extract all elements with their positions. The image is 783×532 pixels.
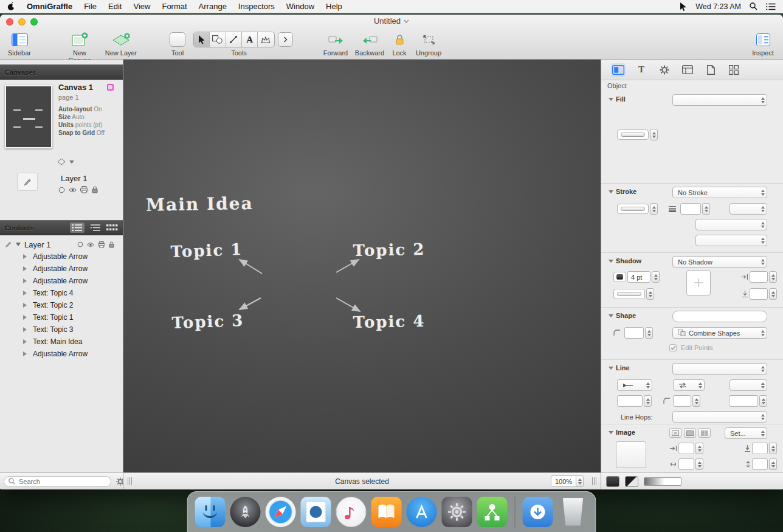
shadow-opacity-well[interactable] (613, 289, 645, 299)
line-gap-field[interactable] (729, 395, 758, 407)
zoom-stepper[interactable] (576, 475, 584, 487)
menu-inspectors[interactable]: Inspectors (238, 2, 275, 11)
fill-swatch-button[interactable] (606, 476, 619, 487)
dock-trash[interactable] (558, 497, 588, 527)
view-grid-button[interactable] (106, 224, 118, 232)
visibility-dot-icon[interactable] (77, 241, 83, 247)
dock-app-store[interactable] (407, 497, 437, 527)
stepper[interactable] (652, 271, 660, 283)
toolbar-new-layer[interactable]: New Layer (103, 30, 139, 57)
image-stretch-button[interactable] (684, 428, 696, 438)
line-header[interactable]: Line (609, 364, 630, 371)
dock-finder[interactable] (195, 497, 226, 527)
disclosure-icon[interactable] (23, 266, 27, 271)
fill-color-well[interactable] (617, 130, 649, 140)
image-tile-button[interactable] (698, 428, 711, 438)
dock-itunes[interactable] (336, 497, 367, 527)
tree-item[interactable]: Text: Main Idea (0, 336, 123, 348)
disclosure-icon[interactable] (23, 303, 27, 308)
disclosure-icon[interactable] (23, 339, 27, 344)
more-tools-button[interactable] (278, 32, 293, 47)
shape-header[interactable]: Shape (609, 312, 636, 319)
spotlight-icon[interactable] (750, 2, 757, 10)
tree-item[interactable]: Text: Topic 1 (0, 311, 123, 323)
line-radius-field[interactable] (673, 395, 691, 407)
stepper[interactable] (769, 271, 777, 283)
canvas-actions-popup[interactable] (57, 158, 74, 165)
canvas-name[interactable]: Canvas 1 (58, 83, 93, 92)
stroke-header[interactable]: Stroke (609, 188, 636, 195)
dock-omnigraffle[interactable] (477, 497, 508, 527)
notification-center-icon[interactable] (766, 3, 776, 10)
stepper[interactable] (769, 458, 777, 470)
combine-shapes-dropdown[interactable]: Combine Shapes (672, 327, 767, 339)
shadow-blur-field[interactable] (627, 271, 650, 283)
selection-tool[interactable] (194, 32, 210, 47)
stepper[interactable] (645, 327, 653, 339)
image-well[interactable] (616, 441, 646, 468)
visibility-dot-icon[interactable] (58, 187, 65, 193)
toolbar-new-canvas[interactable]: New Canvas (61, 30, 98, 64)
dock-downloads[interactable] (523, 497, 553, 527)
stroke-swatch-button[interactable] (625, 476, 638, 487)
image-set-dropdown[interactable]: Set... (725, 427, 767, 439)
shape-tool[interactable] (210, 32, 226, 47)
line-type-dropdown[interactable] (672, 363, 767, 375)
toolbar-ungroup[interactable]: Ungroup (413, 30, 444, 57)
drawing-canvas[interactable]: Topic 1 Topic 2 Main Idea Topic 3 Topic … (123, 60, 601, 472)
eye-icon[interactable] (69, 187, 77, 193)
window-title[interactable]: Untitled (374, 16, 401, 26)
stepper[interactable] (650, 129, 658, 140)
splitter-grip[interactable] (592, 477, 596, 485)
fill-header[interactable]: Fill (609, 95, 626, 103)
tab-text-inspector[interactable]: T (634, 63, 649, 77)
menu-help[interactable]: Help (326, 2, 342, 11)
line-end-arrow-dropdown[interactable] (730, 379, 767, 391)
toolbar-forward[interactable]: Forward (321, 30, 350, 57)
node-main-idea[interactable]: Main Idea (146, 190, 451, 382)
printer-icon[interactable] (80, 186, 88, 193)
artboard-tool[interactable] (258, 32, 274, 47)
toolbar-inspect[interactable]: Inspect (749, 30, 777, 57)
tab-stencils[interactable] (726, 63, 741, 77)
stepper[interactable] (644, 395, 652, 407)
toolbar-tool[interactable]: Tool (165, 30, 190, 57)
disclosure-icon[interactable] (23, 351, 27, 356)
dock-ibooks[interactable] (371, 497, 402, 527)
node-topic-4[interactable]: Topic 4 (353, 312, 425, 331)
dock-launchpad[interactable] (230, 497, 261, 527)
tab-canvas-inspector[interactable] (680, 63, 695, 77)
menu-format[interactable]: Format (162, 2, 187, 11)
node-topic-3[interactable]: Topic 3 (171, 311, 244, 332)
stepper[interactable] (695, 443, 703, 454)
disclosure-icon[interactable] (23, 327, 27, 332)
stroke-position-dropdown[interactable] (695, 235, 767, 246)
line-tool[interactable] (226, 32, 242, 47)
disclosure-icon[interactable] (23, 291, 27, 295)
menu-view[interactable]: View (133, 2, 150, 11)
padlock-icon[interactable] (92, 186, 98, 193)
stroke-pattern-dropdown[interactable] (695, 219, 767, 230)
dock-safari[interactable] (266, 497, 296, 527)
image-fit-button[interactable] (669, 428, 681, 438)
menu-extra-cursor-icon[interactable] (680, 2, 687, 11)
tree-item[interactable]: Adjustable Arrow (0, 250, 123, 263)
menu-file[interactable]: File (84, 2, 97, 11)
zoom-control[interactable]: 100% (551, 475, 584, 487)
menu-clock[interactable]: Wed 7:23 AM (695, 2, 741, 11)
tree-item[interactable]: Adjustable Arrow (0, 348, 123, 360)
search-field[interactable] (4, 476, 111, 487)
toolbar-sidebar[interactable]: Sidebar (5, 30, 34, 57)
shape-picker-field[interactable] (672, 311, 767, 322)
disclosure-icon[interactable] (23, 278, 27, 283)
image-header[interactable]: Image (609, 429, 635, 436)
tool-popup-button[interactable] (170, 32, 185, 47)
stepper[interactable] (646, 288, 654, 300)
image-y-field[interactable] (752, 443, 768, 454)
view-outline-button[interactable] (90, 224, 101, 232)
tree-item[interactable]: Text: Topic 2 (0, 299, 123, 311)
stroke-width-field[interactable] (680, 203, 701, 215)
stroke-color-well[interactable] (617, 204, 649, 214)
search-input[interactable] (18, 477, 106, 486)
shadow-style-dropdown[interactable]: No Shadow (672, 256, 767, 268)
